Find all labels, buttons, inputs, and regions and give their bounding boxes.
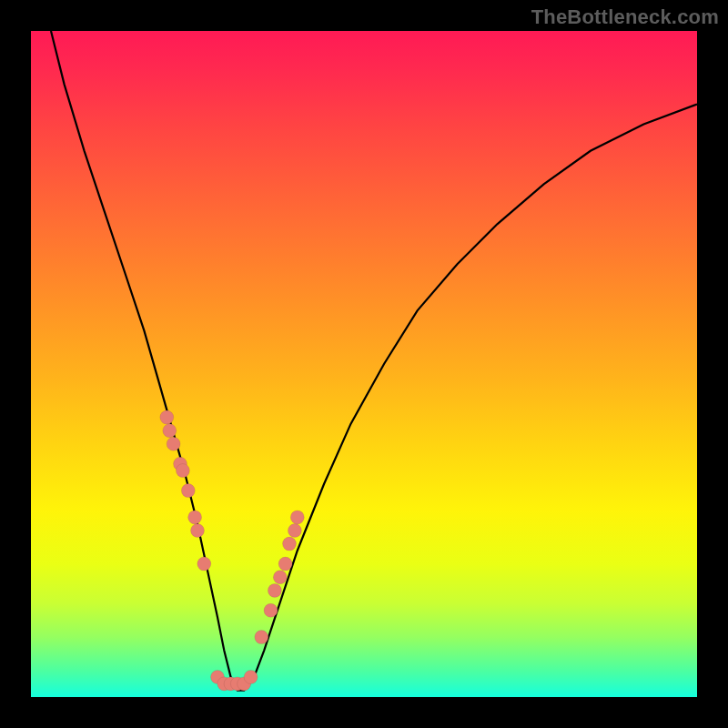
data-point <box>283 537 297 551</box>
bottleneck-curve <box>31 31 697 697</box>
data-point <box>191 524 205 538</box>
data-point <box>244 671 258 684</box>
data-point <box>160 410 174 424</box>
data-point <box>278 557 292 571</box>
data-point <box>167 437 180 450</box>
data-point <box>163 424 177 438</box>
data-point <box>188 511 202 524</box>
data-point <box>288 524 301 538</box>
data-point <box>264 603 278 617</box>
chart-frame: TheBottleneck.com <box>0 0 728 728</box>
data-point <box>197 557 211 571</box>
watermark-text: TheBottleneck.com <box>531 5 719 29</box>
data-point <box>273 571 287 584</box>
data-point <box>255 631 268 644</box>
data-point <box>268 583 281 597</box>
data-point <box>290 511 304 524</box>
data-point <box>176 464 189 478</box>
data-point <box>181 484 195 498</box>
plot-area <box>31 31 697 697</box>
